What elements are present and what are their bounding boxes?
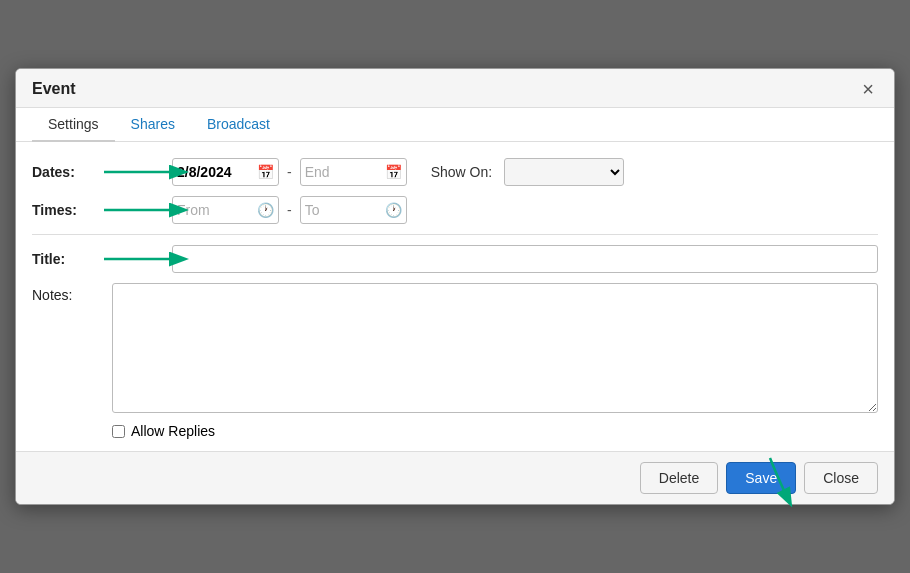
time-to-clock-icon[interactable]: 🕐 xyxy=(385,203,402,217)
show-on-select[interactable] xyxy=(504,158,624,186)
end-date-input[interactable] xyxy=(305,164,385,180)
dates-row: Dates: 📅 - 📅 S xyxy=(32,158,878,186)
save-button[interactable]: Save xyxy=(726,462,796,494)
times-label: Times: xyxy=(32,202,92,218)
form-divider xyxy=(32,234,878,235)
end-date-calendar-icon[interactable]: 📅 xyxy=(385,165,402,179)
tab-shares[interactable]: Shares xyxy=(115,108,191,142)
time-to-input[interactable] xyxy=(305,202,385,218)
dialog-body: Dates: 📅 - 📅 S xyxy=(16,142,894,439)
title-row: Title: xyxy=(32,245,878,273)
times-row: Times: 🕐 - 🕐 xyxy=(32,196,878,224)
event-dialog: Event × Settings Shares Broadcast Dates: xyxy=(15,68,895,505)
start-date-calendar-icon[interactable]: 📅 xyxy=(257,165,274,179)
dialog-title: Event xyxy=(32,80,76,98)
dialog-footer: Delete Save Close xyxy=(16,451,894,504)
title-label: Title: xyxy=(32,251,92,267)
close-button[interactable]: Close xyxy=(804,462,878,494)
notes-label: Notes: xyxy=(32,283,92,303)
time-from-clock-icon[interactable]: 🕐 xyxy=(257,203,274,217)
dates-arrow xyxy=(94,160,194,184)
time-separator: - xyxy=(287,202,292,218)
allow-replies-label: Allow Replies xyxy=(131,423,215,439)
times-arrow xyxy=(94,198,194,222)
dialog-header: Event × xyxy=(16,69,894,108)
time-to-input-wrapper: 🕐 xyxy=(300,196,407,224)
notes-row: Notes: xyxy=(32,283,878,413)
tab-settings[interactable]: Settings xyxy=(32,108,115,142)
show-on-label: Show On: xyxy=(431,164,492,180)
title-input[interactable] xyxy=(172,245,878,273)
dates-inputs: 📅 - 📅 Show On: xyxy=(172,158,624,186)
delete-button[interactable]: Delete xyxy=(640,462,718,494)
times-inputs: 🕐 - 🕐 xyxy=(172,196,407,224)
end-date-input-wrapper: 📅 xyxy=(300,158,407,186)
dialog-close-button[interactable]: × xyxy=(858,79,878,99)
date-separator: - xyxy=(287,164,292,180)
title-arrow xyxy=(94,247,194,271)
allow-replies-row: Allow Replies xyxy=(112,423,878,439)
allow-replies-checkbox[interactable] xyxy=(112,425,125,438)
tab-bar: Settings Shares Broadcast xyxy=(16,108,894,142)
notes-textarea[interactable] xyxy=(112,283,878,413)
dates-label: Dates: xyxy=(32,164,92,180)
tab-broadcast[interactable]: Broadcast xyxy=(191,108,286,142)
